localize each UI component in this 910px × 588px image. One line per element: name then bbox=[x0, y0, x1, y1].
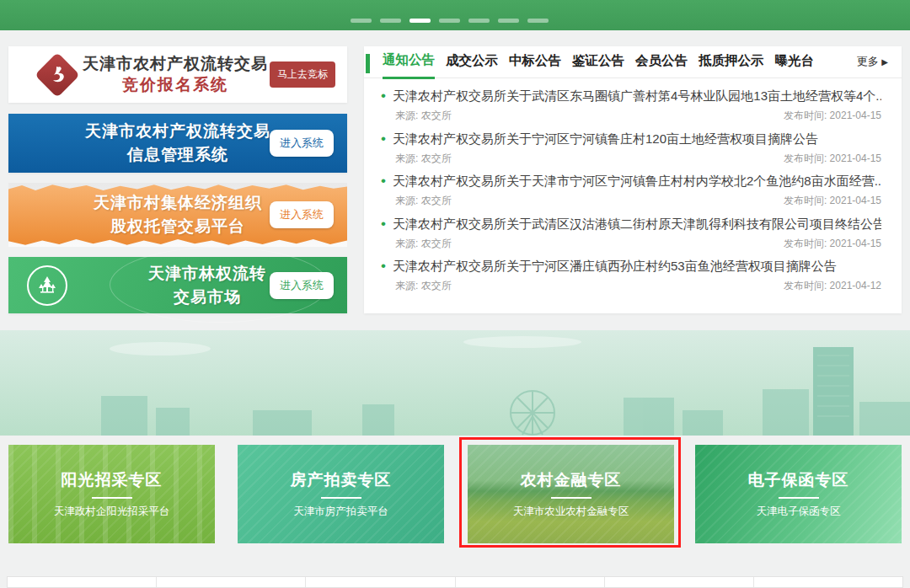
bidding-title-line2: 竞价报名系统 bbox=[81, 75, 270, 96]
news-source: 来源: 农交所 bbox=[395, 152, 452, 166]
bullet-icon: • bbox=[381, 258, 386, 275]
news-title[interactable]: 天津农村产权交易所关于宁河区潘庄镇西孙庄村约53亩鱼池经营权项目摘牌公告 bbox=[393, 259, 837, 275]
zone-divider bbox=[321, 497, 361, 499]
zone-title: 房产拍卖专区 bbox=[291, 469, 392, 491]
zone-sunshine-procurement[interactable]: 阳光招采专区 天津政村企阳光招采平台 bbox=[8, 445, 215, 543]
zone-property-auction[interactable]: 房产拍卖专区 天津市房产拍卖平台 bbox=[238, 445, 444, 543]
news-title[interactable]: 天津农村产权交易所关于武清区汉沽港镇二街村原天津凯得利科技有限公司项目终结公告 bbox=[393, 216, 881, 233]
enter-system-button[interactable]: 进入系统 bbox=[270, 130, 334, 157]
news-source: 来源: 农交所 bbox=[395, 237, 452, 251]
partner-strip bbox=[7, 576, 903, 588]
notice-panel: 通知公告 成交公示 中标公告 鉴证公告 会员公告 抵质押公示 曝光台 更多 ▶ … bbox=[364, 46, 902, 313]
news-title[interactable]: 天津农村产权交易所关于天津市宁河区宁河镇鲁庄村村内学校北2个鱼池约8亩水面经营.… bbox=[393, 174, 881, 190]
triangle-right-icon: ▶ bbox=[881, 57, 888, 67]
go-bid-button[interactable]: 马上去竞标 bbox=[270, 61, 335, 88]
tab-member[interactable]: 会员公告 bbox=[635, 52, 688, 78]
carousel-dash[interactable] bbox=[380, 19, 401, 23]
more-link[interactable]: 更多 ▶ bbox=[857, 54, 888, 78]
zone-subtitle: 天津电子保函专区 bbox=[757, 505, 841, 519]
tab-pledge[interactable]: 抵质押公示 bbox=[699, 52, 764, 78]
news-item: • 天津农村产权交易所关于宁河区宁河镇鲁庄村120亩土地经营权项目摘牌公告 来源… bbox=[381, 131, 881, 174]
enter-system-button[interactable]: 进入系统 bbox=[270, 272, 334, 299]
news-item: • 天津农村产权交易所关于宁河区潘庄镇西孙庄村约53亩鱼池经营权项目摘牌公告 来… bbox=[381, 258, 881, 301]
bidding-signup-card: 天津市农村产权流转交易 竞价报名系统 马上去竞标 bbox=[8, 46, 347, 103]
zone-divider bbox=[779, 497, 819, 499]
bullet-icon: • bbox=[381, 216, 386, 233]
news-date: 发布时间: 2021-04-12 bbox=[784, 279, 881, 293]
zone-electronic-guarantee[interactable]: 电子保函专区 天津电子保函专区 bbox=[695, 445, 902, 543]
news-list: • 天津农村产权交易所关于武清区东马圈镇广善村第4号林业队园地13亩土地经营权等… bbox=[364, 78, 902, 301]
tab-accent-bar bbox=[366, 54, 370, 73]
news-source: 来源: 农交所 bbox=[395, 194, 452, 208]
news-date: 发布时间: 2021-04-15 bbox=[784, 152, 881, 166]
zone-divider bbox=[551, 497, 592, 499]
news-date: 发布时间: 2021-04-15 bbox=[784, 237, 881, 251]
news-source: 来源: 农交所 bbox=[395, 109, 452, 123]
news-source: 来源: 农交所 bbox=[395, 279, 452, 293]
city-skyline-illustration bbox=[0, 330, 910, 436]
zone-title: 电子保函专区 bbox=[748, 469, 849, 491]
carousel-dash[interactable] bbox=[527, 19, 549, 23]
bullet-icon: • bbox=[381, 173, 386, 190]
news-title[interactable]: 天津农村产权交易所关于武清区东马圈镇广善村第4号林业队园地13亩土地经营权等4个… bbox=[393, 88, 881, 104]
enter-system-button[interactable]: 进入系统 bbox=[270, 201, 334, 228]
zone-divider bbox=[92, 497, 132, 499]
tab-winning-bid[interactable]: 中标公告 bbox=[509, 52, 561, 78]
news-date: 发布时间: 2021-04-15 bbox=[784, 109, 881, 123]
bullet-icon: • bbox=[381, 131, 386, 147]
news-item: • 天津农村产权交易所关于武清区东马圈镇广善村第4号林业队园地13亩土地经营权等… bbox=[381, 88, 881, 131]
bullet-icon: • bbox=[381, 88, 386, 104]
zone-subtitle: 天津政村企阳光招采平台 bbox=[54, 505, 170, 519]
carousel-bar bbox=[0, 0, 910, 30]
banner-forest-rights-market[interactable]: 天津市林权流转 交易市场 进入系统 bbox=[8, 257, 347, 313]
notice-tab-row: 通知公告 成交公示 中标公告 鉴证公告 会员公告 抵质押公示 曝光台 更多 ▶ bbox=[364, 46, 902, 78]
carousel-dash-active[interactable] bbox=[410, 19, 431, 23]
carousel-dash[interactable] bbox=[468, 19, 490, 23]
news-item: • 天津农村产权交易所关于武清区汉沽港镇二街村原天津凯得利科技有限公司项目终结公… bbox=[381, 216, 881, 259]
zone-rural-finance[interactable]: 农村金融专区 天津市农业农村金融专区 bbox=[468, 445, 674, 543]
tab-deals[interactable]: 成交公示 bbox=[446, 52, 498, 78]
action-banner: 登 录 注 册 全站搜索 ▾ 搜索 bbox=[0, 330, 910, 436]
news-item: • 天津农村产权交易所关于天津市宁河区宁河镇鲁庄村村内学校北2个鱼池约8亩水面经… bbox=[381, 173, 881, 216]
zone-title: 阳光招采专区 bbox=[62, 469, 163, 491]
news-title[interactable]: 天津农村产权交易所关于宁河区宁河镇鲁庄村120亩土地经营权项目摘牌公告 bbox=[393, 131, 818, 147]
tree-icon bbox=[27, 265, 67, 306]
partner-cell[interactable] bbox=[157, 577, 306, 587]
bidding-card-title: 天津市农村产权流转交易 竞价报名系统 bbox=[81, 54, 270, 95]
zone-subtitle: 天津市农业农村金融专区 bbox=[513, 505, 629, 519]
tab-certification[interactable]: 鉴证公告 bbox=[572, 52, 624, 78]
partner-cell[interactable] bbox=[605, 577, 754, 587]
banner-info-management-system[interactable]: 天津市农村产权流转交易 信息管理系统 进入系统 bbox=[8, 114, 347, 173]
tab-exposure[interactable]: 曝光台 bbox=[775, 52, 815, 78]
tab-notice[interactable]: 通知公告 bbox=[383, 51, 435, 79]
partner-cell[interactable] bbox=[8, 577, 157, 587]
partner-cell[interactable] bbox=[754, 577, 902, 587]
carousel-indicators bbox=[351, 19, 549, 23]
carousel-dash[interactable] bbox=[439, 19, 460, 23]
carousel-dash[interactable] bbox=[351, 19, 372, 23]
partner-cell[interactable] bbox=[456, 577, 605, 587]
banner-equity-custody-platform[interactable]: 天津市村集体经济组织 股权托管交易平台 进入系统 bbox=[8, 183, 347, 247]
bidding-title-line1: 天津市农村产权流转交易 bbox=[81, 54, 270, 75]
zone-subtitle: 天津市房产拍卖平台 bbox=[293, 505, 388, 519]
diamond-logo-icon bbox=[34, 51, 81, 99]
zone-title: 农村金融专区 bbox=[521, 469, 622, 491]
carousel-dash[interactable] bbox=[498, 19, 519, 23]
news-date: 发布时间: 2021-04-15 bbox=[784, 194, 881, 208]
partner-cell[interactable] bbox=[306, 577, 455, 587]
